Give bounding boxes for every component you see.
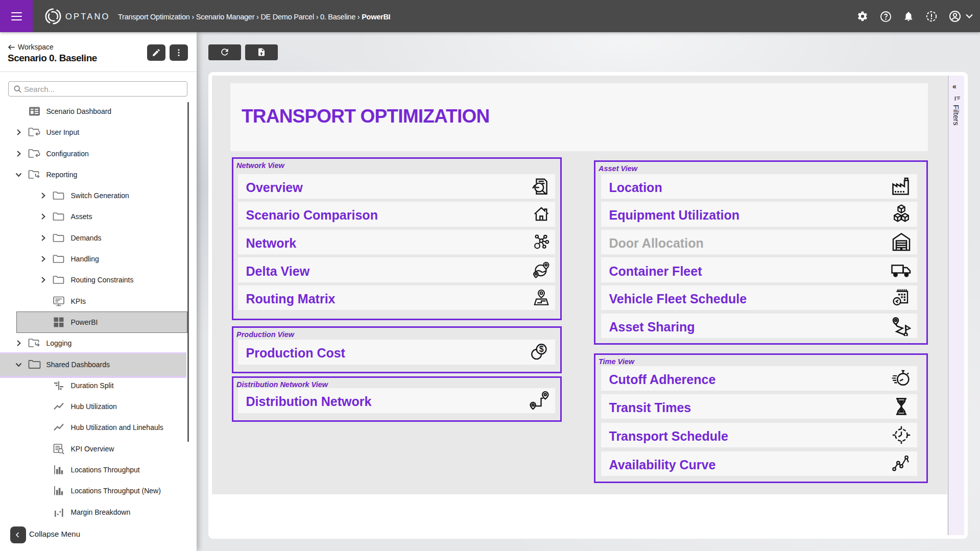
svg-text:$: $ [539,345,543,353]
